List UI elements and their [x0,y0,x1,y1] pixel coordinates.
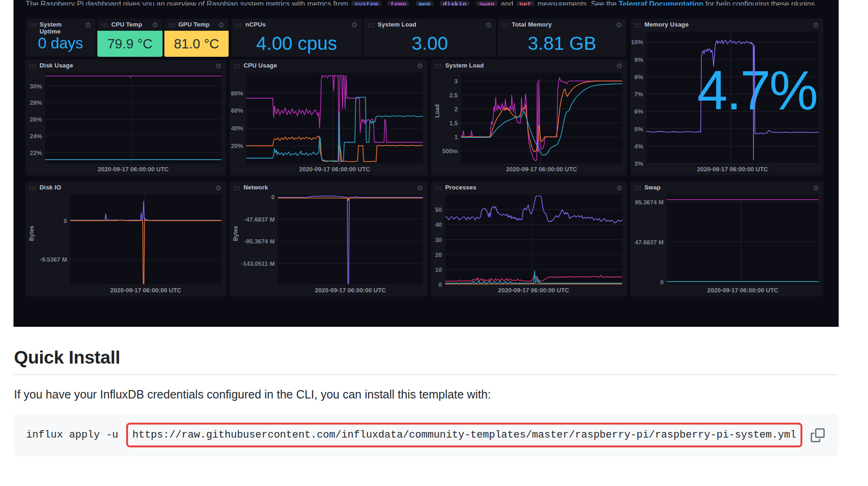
drag-handle-icon[interactable] [435,186,442,191]
series-read_bytes [70,201,221,220]
measurement-chip: temp [387,1,409,6]
page: The Raspberry Pi dashboard gives you an … [0,0,868,486]
gear-icon[interactable]: ⚙ [216,62,222,69]
gear-icon[interactable]: ⚙ [152,21,158,28]
panel-system-load-stat: System Load⚙3.00 [364,19,496,57]
panel-header: System Load⚙ [431,60,627,69]
panel-network: Network⚙0-47.6837 M-95.3674 M-143.0511 M… [230,182,427,297]
drag-handle-icon[interactable] [233,186,240,191]
gear-icon[interactable]: ⚙ [486,21,492,28]
panel-header: Network⚙ [230,182,427,191]
series-bytes_recv [278,196,423,284]
chart-canvas [631,182,823,297]
drag-handle-icon[interactable] [29,186,36,191]
readme-section: Quick Install If you have your InfluxDB … [14,347,838,456]
panel-title: Processes [445,184,613,191]
chart-canvas [26,60,226,176]
drag-handle-icon[interactable] [29,23,36,28]
drag-handle-icon[interactable] [168,23,175,28]
panel-header: System Uptime⚙ [26,19,95,35]
quick-install-paragraph: If you have your InfluxDB credentials co… [14,388,838,401]
stat-value: 79.9 °C [97,31,163,57]
gear-icon[interactable]: ⚙ [813,21,819,28]
series-write_bytes [70,219,221,284]
panel-title: Disk Usage [40,62,212,69]
drag-handle-icon[interactable] [233,64,240,69]
panel-title: System Load [445,62,613,69]
chart-canvas [431,182,627,297]
chart-canvas [26,182,226,297]
gear-icon[interactable]: ⚙ [352,21,358,28]
gear-icon[interactable]: ⚙ [617,184,623,191]
panel-header: CPU Temp⚙ [97,19,163,28]
series-load15 [461,84,622,155]
series-load1 [461,78,622,161]
gear-icon[interactable]: ⚙ [85,21,91,28]
panel-processes: Processes⚙504030201002020-09-17 06:00:00… [431,182,627,297]
panel-title: CPU Temp [111,21,149,28]
panel-header: Processes⚙ [431,182,627,191]
series-usage_idle [246,75,423,163]
panel-header: Total Memory⚙ [498,19,626,28]
measurement-chip: diskio [440,1,469,6]
panel-memory-usage: Memory Usage⚙4.7%10%9%8%7%6%5%4%3%2020-0… [631,19,823,176]
chart-canvas [431,60,627,176]
series-root [45,76,221,77]
telegraf-docs-link[interactable]: Telegraf Documentation [619,0,704,6]
code-command-prefix: influx apply -u [26,429,124,441]
panel-system-uptime: System Uptime⚙0 days [26,19,95,57]
panel-title: System Load [378,21,482,28]
drag-handle-icon[interactable] [502,23,509,28]
measurement-chip: mem [416,1,433,6]
quick-install-heading: Quick Install [14,347,838,375]
copy-icon[interactable] [810,428,825,443]
copy-icon-glyph [811,428,825,442]
chart-canvas [631,19,823,176]
series-bytes_sent [278,198,423,201]
gear-icon[interactable]: ⚙ [218,21,224,28]
panel-title: Network [244,184,414,191]
panel-header: nCPUs⚙ [231,19,362,28]
note-text: The Raspberry Pi dashboard gives you an … [26,0,350,6]
panel-header: Swap⚙ [631,182,823,191]
series-load5 [461,81,622,152]
install-url-highlight: https://raw.githubusercontent.com/influx… [126,423,802,447]
gear-icon[interactable]: ⚙ [813,184,819,191]
panel-cpu-temp: CPU Temp⚙79.9 °C [97,19,163,57]
chart-canvas [230,60,427,176]
stat-value: 81.0 °C [164,31,229,57]
drag-handle-icon[interactable] [235,23,242,28]
panel-title: CPU Usage [244,62,414,69]
stat-value: 4.00 cpus [231,30,362,57]
panel-total-memory: Total Memory⚙3.81 GB [498,19,626,57]
dashboard-screenshot: The Raspberry Pi dashboard gives you an … [14,0,839,327]
drag-handle-icon[interactable] [101,23,108,28]
panel-ncpus: nCPUs⚙4.00 cpus [231,19,362,57]
panel-title: Memory Usage [644,21,810,28]
drag-handle-icon[interactable] [435,64,442,69]
panel-title: Disk IO [40,184,212,191]
panel-header: System Load⚙ [364,19,496,28]
chart-canvas [230,182,427,297]
panel-title: Total Memory [512,21,613,28]
series-total [445,196,622,223]
series-mem_used_percent [646,40,819,160]
gear-icon[interactable]: ⚙ [617,62,623,69]
series-usage_user [246,97,423,161]
panel-swap: Swap⚙95.3674 M47.6837 M02020-09-17 06:00… [631,182,823,297]
drag-handle-icon[interactable] [634,186,641,191]
gear-icon[interactable]: ⚙ [417,62,423,69]
panel-title: nCPUs [245,21,348,28]
gear-icon[interactable]: ⚙ [216,184,222,191]
gear-icon[interactable]: ⚙ [616,21,622,28]
panel-header: Disk Usage⚙ [26,60,226,69]
drag-handle-icon[interactable] [29,64,36,69]
measurement-chip: swap [476,1,497,6]
panel-title: Swap [644,184,810,191]
gear-icon[interactable]: ⚙ [417,184,423,191]
panel-header: Memory Usage⚙ [631,19,823,28]
panel-cpu-usage: CPU Usage⚙80%60%40%20%2020-09-17 06:00:0… [230,60,427,176]
drag-handle-icon[interactable] [634,23,641,28]
measurement-chip: system [352,1,380,6]
drag-handle-icon[interactable] [367,23,374,28]
